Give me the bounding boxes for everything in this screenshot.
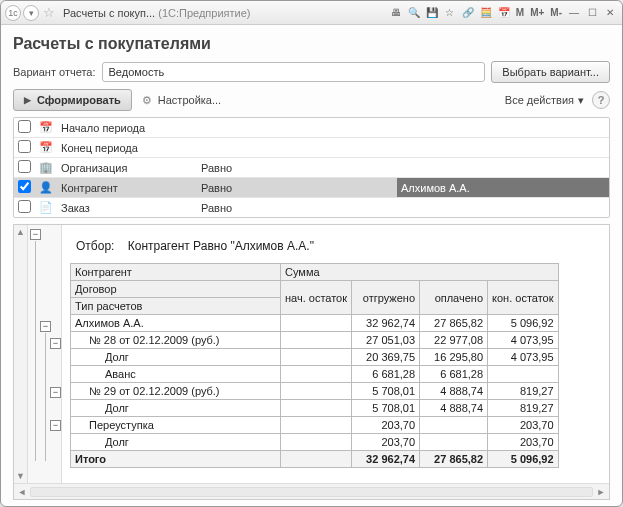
variant-input[interactable] [102,62,486,82]
filter-op [197,118,397,138]
filter-checkbox[interactable] [18,160,31,173]
filter-checkbox[interactable] [18,180,31,193]
minimize-button[interactable]: — [566,5,582,21]
window-app-suffix: (1С:Предприятие) [158,7,250,19]
col-contract: Договор [71,281,281,298]
calc-icon[interactable]: 🧮 [478,5,494,21]
maximize-button[interactable]: ☐ [584,5,600,21]
person-icon: 👤 [35,178,57,198]
org-icon: 🏢 [35,158,57,178]
dropdown-icon[interactable]: ▾ [23,5,39,21]
filter-row[interactable]: 👤КонтрагентРавноАлхимов А.А. [14,178,609,198]
report-table: Контрагент Сумма Договор нач. остаток от… [70,263,559,468]
cell-opening [281,383,352,400]
filter-row[interactable]: 🏢ОрганизацияРавно [14,158,609,178]
cell-paid: 22 977,08 [420,332,488,349]
m-button[interactable]: M [514,5,526,21]
filter-value[interactable]: Алхимов А.А. [397,178,609,198]
filter-row[interactable]: 📅Начало периода [14,118,609,138]
cell-name: № 29 от 02.12.2009 (руб.) [71,383,281,400]
cell-shipped: 203,70 [352,417,420,434]
favorite-star-icon[interactable]: ☆ [41,5,57,20]
col-counterparty: Контрагент [71,264,281,281]
window-title-text: Расчеты с покуп... [63,7,155,19]
scroll-down-icon[interactable]: ▼ [16,469,25,483]
left-scrollbar[interactable]: ▲ ▼ [14,225,28,483]
choose-variant-button[interactable]: Выбрать вариант... [491,61,610,83]
star-icon[interactable]: ☆ [442,5,458,21]
window-title: Расчеты с покуп... (1С:Предприятие) [63,7,250,19]
table-row[interactable]: Аванс6 681,286 681,28 [71,366,559,383]
cell-shipped: 20 369,75 [352,349,420,366]
cell-shipped: 32 962,74 [352,451,420,468]
table-row[interactable]: Долг5 708,014 888,74819,27 [71,400,559,417]
outline-toggle[interactable]: − [50,420,61,431]
filter-row[interactable]: 📄ЗаказРавно [14,198,609,218]
cell-opening [281,332,352,349]
app-menu-icon[interactable]: 1c [5,5,21,21]
m-plus-button[interactable]: M+ [528,5,546,21]
cell-name: Алхимов А.А. [71,315,281,332]
filter-checkbox[interactable] [18,140,31,153]
filter-checkbox[interactable] [18,200,31,213]
save-icon[interactable]: 💾 [424,5,440,21]
outline-toggle[interactable]: − [40,321,51,332]
table-row[interactable]: № 28 от 02.12.2009 (руб.)27 051,0322 977… [71,332,559,349]
filter-value[interactable] [397,198,609,218]
m-minus-button[interactable]: M- [548,5,564,21]
settings-label: Настройка... [158,94,221,106]
cell-opening [281,349,352,366]
outline-toggle[interactable]: − [50,338,61,349]
settings-link[interactable]: ⚙ Настройка... [140,93,221,107]
filter-value[interactable] [397,118,609,138]
titlebar-left: 1c ▾ ☆ [5,5,57,21]
table-row[interactable]: Алхимов А.А.32 962,7427 865,825 096,92 [71,315,559,332]
scroll-right-icon[interactable]: ► [593,487,609,497]
outline-toggle[interactable]: − [30,229,41,240]
cell-shipped: 203,70 [352,434,420,451]
cell-name: Долг [71,434,281,451]
cell-closing: 5 096,92 [488,451,559,468]
cell-opening [281,451,352,468]
table-row[interactable]: № 29 от 02.12.2009 (руб.)5 708,014 888,7… [71,383,559,400]
filter-name: Организация [57,158,197,178]
cell-paid: 27 865,82 [420,451,488,468]
calendar-icon[interactable]: 📅 [496,5,512,21]
print-icon[interactable]: 🖶 [388,5,404,21]
col-shipped: отгружено [352,281,420,315]
scroll-up-icon[interactable]: ▲ [16,225,25,239]
outline-column: − − − − − [28,225,62,483]
cell-name: Долг [71,349,281,366]
filter-op: Равно [197,178,397,198]
filter-op: Равно [197,198,397,218]
link-icon[interactable]: 🔗 [460,5,476,21]
cell-name: № 28 от 02.12.2009 (руб.) [71,332,281,349]
filter-value[interactable] [397,138,609,158]
cell-name: Переуступка [71,417,281,434]
preview-icon[interactable]: 🔍 [406,5,422,21]
filter-row[interactable]: 📅Конец периода [14,138,609,158]
cell-paid: 4 888,74 [420,400,488,417]
table-total-row: Итого32 962,7427 865,825 096,92 [71,451,559,468]
all-actions-menu[interactable]: Все действия ▾ [505,94,584,107]
app-window: 1c ▾ ☆ Расчеты с покуп... (1С:Предприяти… [0,0,623,507]
filter-value[interactable] [397,158,609,178]
filter-op [197,138,397,158]
run-button[interactable]: Сформировать [13,89,132,111]
table-row[interactable]: Переуступка203,70203,70 [71,417,559,434]
bottom-scrollbar[interactable]: ◄ ► [14,483,609,499]
filter-table: 📅Начало периода📅Конец периода🏢Организаци… [13,117,610,218]
cell-closing [488,366,559,383]
col-type: Тип расчетов [71,298,281,315]
filter-name: Заказ [57,198,197,218]
close-button[interactable]: ✕ [602,5,618,21]
outline-toggle[interactable]: − [50,387,61,398]
cell-closing: 819,27 [488,400,559,417]
table-row[interactable]: Долг20 369,7516 295,804 073,95 [71,349,559,366]
table-row[interactable]: Долг203,70203,70 [71,434,559,451]
scroll-track[interactable] [30,487,593,497]
scroll-left-icon[interactable]: ◄ [14,487,30,497]
filter-checkbox[interactable] [18,120,31,133]
all-actions-label: Все действия [505,94,574,106]
help-button[interactable]: ? [592,91,610,109]
